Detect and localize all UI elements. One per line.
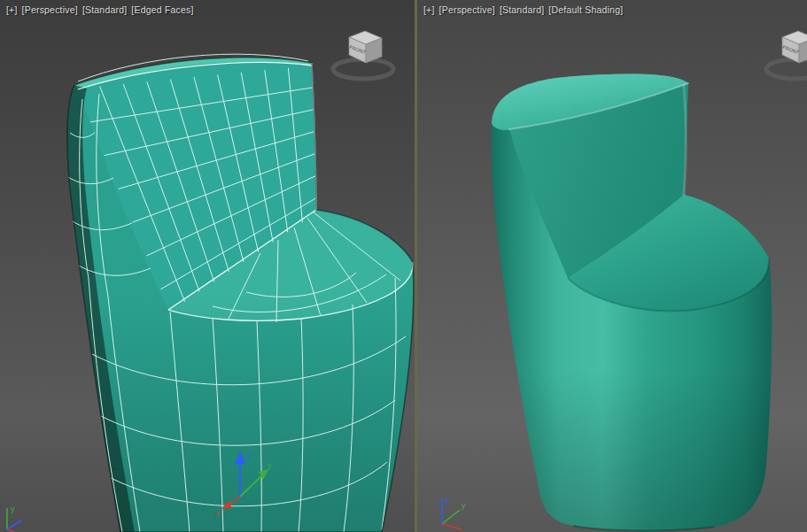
gizmo-z-label: z [246,452,251,461]
viewport-menu-plus[interactable]: [+] [6,4,18,15]
viewport-right[interactable]: [+][Perspective][Standard][Default Shadi… [417,0,807,532]
viewport-menu-standard[interactable]: [Standard] [500,4,544,15]
gizmo-x-label: x [215,509,220,518]
scene-right[interactable]: z y [417,0,807,532]
viewcube[interactable]: FRONT [328,23,404,85]
world-axis-tripod: z y [442,496,466,529]
viewport-area: [+][Perspective][Standard][Edged Faces] [0,0,807,532]
viewport-left[interactable]: [+][Perspective][Standard][Edged Faces] [0,0,415,532]
gizmo-y-label: y [268,461,272,470]
world-axis-tripod: y [7,505,27,532]
viewport-menu-pov[interactable]: [Perspective] [22,4,78,15]
viewport-menu-standard[interactable]: [Standard] [82,4,127,15]
viewport-menu-pov[interactable]: [Perspective] [439,4,495,15]
viewcube[interactable]: FRONT [761,23,807,85]
viewport-menus-right: [+][Perspective][Standard][Default Shadi… [423,4,627,15]
viewport-menu-plus[interactable]: [+] [423,4,435,15]
model-mesh-smooth[interactable] [492,74,772,531]
world-axis-z-label: z [445,496,449,505]
world-axis-y-label: y [462,501,466,510]
viewport-menu-shading[interactable]: [Edged Faces] [131,4,193,15]
viewcube-compass-ring[interactable] [333,59,393,79]
model-bottom-shade [492,74,772,531]
world-axis-y-label: y [11,505,15,513]
viewport-menu-shading[interactable]: [Default Shading] [548,4,623,15]
viewport-menus-left: [+][Perspective][Standard][Edged Faces] [6,4,198,15]
